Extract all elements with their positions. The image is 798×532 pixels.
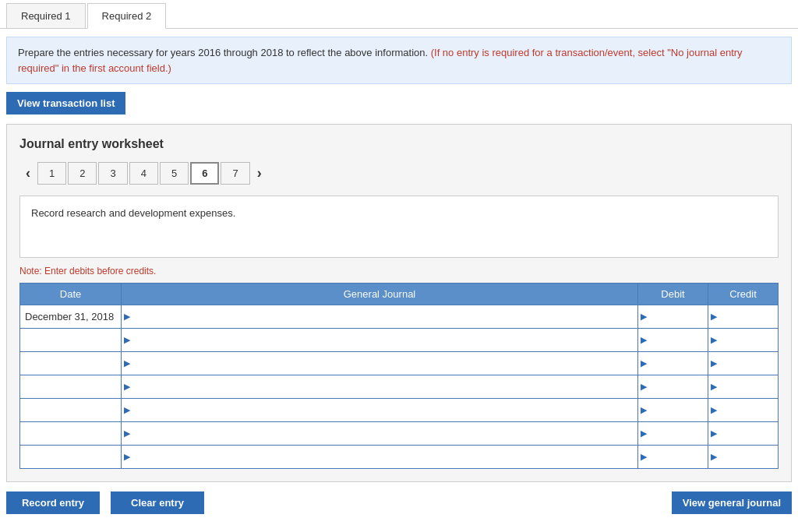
view-general-journal-button[interactable]: View general journal — [672, 491, 792, 514]
debit-input-7[interactable] — [649, 446, 708, 468]
step-tabs: ‹ 1 2 3 4 5 6 7 › — [19, 162, 779, 185]
step-3[interactable]: 3 — [98, 162, 127, 185]
clear-entry-button[interactable]: Clear entry — [111, 491, 204, 514]
credit-cell-1[interactable]: ▶ — [708, 305, 779, 329]
journal-cell-3[interactable]: ▶ — [122, 352, 638, 375]
arrow-indicator: ▶ — [122, 358, 132, 368]
col-header-credit: Credit — [708, 284, 779, 305]
view-transaction-button[interactable]: View transaction list — [6, 92, 125, 115]
journal-input-7[interactable] — [132, 446, 637, 468]
credit-input-6[interactable] — [719, 422, 778, 445]
credit-input-2[interactable] — [719, 329, 778, 351]
step-6[interactable]: 6 — [190, 162, 219, 185]
arrow-indicator: ▶ — [122, 335, 132, 345]
arrow-indicator: ▶ — [708, 428, 719, 439]
journal-cell-6[interactable]: ▶ — [122, 422, 638, 446]
date-cell-6 — [20, 422, 122, 446]
arrow-indicator: ▶ — [638, 358, 649, 368]
table-row: ▶ ▶ ▶ — [20, 446, 779, 469]
table-row: ▶ ▶ ▶ — [20, 422, 779, 446]
table-row: ▶ ▶ ▶ — [20, 329, 779, 352]
debit-cell-1[interactable]: ▶ — [638, 305, 708, 329]
arrow-indicator: ▶ — [122, 452, 132, 462]
debit-input-1[interactable] — [649, 305, 708, 328]
debit-input-2[interactable] — [649, 329, 708, 351]
debit-cell-2[interactable]: ▶ — [638, 329, 708, 352]
date-cell-3 — [20, 352, 122, 375]
date-cell-7 — [20, 446, 122, 469]
arrow-indicator: ▶ — [638, 312, 649, 322]
step-4[interactable]: 4 — [129, 162, 158, 185]
credit-cell-3[interactable]: ▶ — [708, 352, 779, 375]
credit-cell-2[interactable]: ▶ — [708, 329, 779, 352]
arrow-indicator: ▶ — [708, 452, 719, 462]
worksheet-container: Journal entry worksheet ‹ 1 2 3 4 5 6 7 … — [6, 124, 792, 482]
journal-input-6[interactable] — [132, 422, 637, 445]
journal-cell-7[interactable]: ▶ — [122, 446, 638, 469]
credit-cell-5[interactable]: ▶ — [708, 399, 779, 422]
step-5[interactable]: 5 — [160, 162, 189, 185]
journal-input-5[interactable] — [132, 399, 637, 421]
journal-input-4[interactable] — [132, 375, 637, 398]
debit-input-3[interactable] — [649, 352, 708, 375]
arrow-indicator: ▶ — [638, 335, 649, 345]
step-1[interactable]: 1 — [37, 162, 66, 185]
journal-cell-1[interactable]: ▶ — [122, 305, 638, 329]
journal-input-1[interactable] — [132, 305, 637, 328]
debit-cell-4[interactable]: ▶ — [638, 375, 708, 399]
view-transaction-row: View transaction list — [6, 92, 792, 115]
note-text: Note: Enter debits before credits. — [19, 266, 779, 277]
debit-input-4[interactable] — [649, 375, 708, 398]
tab-required2[interactable]: Required 2 — [87, 3, 167, 29]
arrow-indicator: ▶ — [638, 382, 649, 392]
debit-cell-6[interactable]: ▶ — [638, 422, 708, 446]
journal-cell-5[interactable]: ▶ — [122, 399, 638, 422]
bottom-buttons: Record entry Clear entry View general jo… — [6, 491, 792, 514]
credit-input-3[interactable] — [719, 352, 778, 375]
credit-cell-6[interactable]: ▶ — [708, 422, 779, 446]
credit-input-5[interactable] — [719, 399, 778, 421]
arrow-indicator: ▶ — [122, 382, 132, 392]
arrow-indicator: ▶ — [708, 382, 719, 392]
record-entry-button[interactable]: Record entry — [6, 491, 100, 514]
debit-input-5[interactable] — [649, 399, 708, 421]
arrow-indicator: ▶ — [638, 428, 649, 439]
debit-cell-3[interactable]: ▶ — [638, 352, 708, 375]
credit-cell-7[interactable]: ▶ — [708, 446, 779, 469]
journal-cell-4[interactable]: ▶ — [122, 375, 638, 399]
tab-required1[interactable]: Required 1 — [6, 3, 86, 28]
tab-bar: Required 1 Required 2 — [0, 3, 798, 29]
journal-input-2[interactable] — [132, 329, 637, 351]
journal-input-3[interactable] — [132, 352, 637, 375]
description-text: Record research and development expenses… — [31, 207, 235, 219]
arrow-indicator: ▶ — [122, 405, 132, 415]
next-step-button[interactable]: › — [251, 162, 268, 185]
instruction-main-text: Prepare the entries necessary for years … — [18, 47, 431, 58]
table-row: December 31, 2018 ▶ ▶ ▶ — [20, 305, 779, 329]
debit-cell-5[interactable]: ▶ — [638, 399, 708, 422]
credit-input-1[interactable] — [719, 305, 778, 328]
arrow-indicator: ▶ — [638, 452, 649, 462]
table-row: ▶ ▶ ▶ — [20, 375, 779, 399]
date-cell-5 — [20, 399, 122, 422]
prev-step-button[interactable]: ‹ — [19, 162, 37, 185]
table-row: ▶ ▶ ▶ — [20, 352, 779, 375]
arrow-indicator: ▶ — [708, 312, 719, 322]
col-header-debit: Debit — [638, 284, 708, 305]
credit-cell-4[interactable]: ▶ — [708, 375, 779, 399]
credit-input-7[interactable] — [719, 446, 778, 468]
step-7[interactable]: 7 — [221, 162, 249, 185]
arrow-indicator: ▶ — [708, 405, 719, 415]
arrow-indicator: ▶ — [122, 428, 132, 439]
date-cell-1: December 31, 2018 — [20, 305, 122, 329]
instruction-box: Prepare the entries necessary for years … — [6, 37, 792, 84]
table-row: ▶ ▶ ▶ — [20, 399, 779, 422]
debit-input-6[interactable] — [649, 422, 708, 445]
debit-cell-7[interactable]: ▶ — [638, 446, 708, 469]
step-2[interactable]: 2 — [68, 162, 97, 185]
description-box: Record research and development expenses… — [19, 196, 779, 258]
journal-cell-2[interactable]: ▶ — [122, 329, 638, 352]
arrow-indicator: ▶ — [122, 312, 132, 322]
worksheet-title: Journal entry worksheet — [19, 137, 779, 151]
credit-input-4[interactable] — [719, 375, 778, 398]
